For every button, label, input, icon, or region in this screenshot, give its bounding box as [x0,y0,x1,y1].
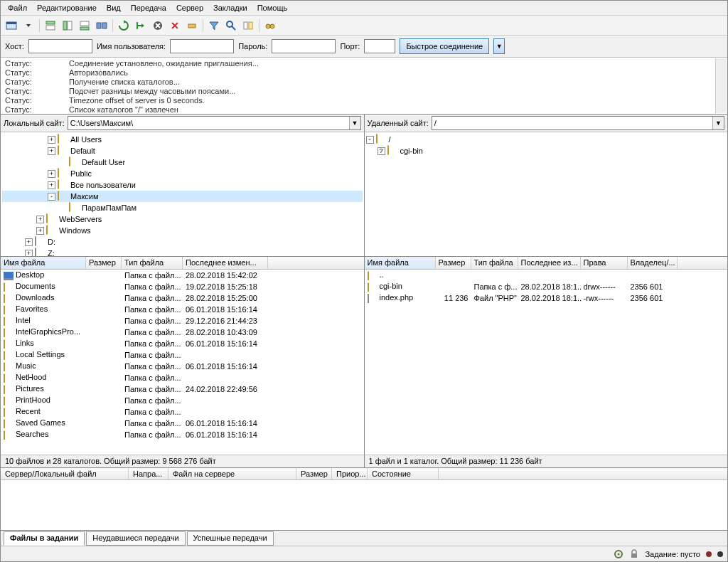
user-input[interactable] [170,39,234,53]
quickconnect-dropdown[interactable]: ▼ [493,38,505,54]
tree-node[interactable]: +Public [2,168,363,179]
tab-successful[interactable]: Успешные передачи [187,531,274,546]
toggle-queue-button[interactable] [77,18,92,33]
tree-node[interactable]: +Default [2,145,363,157]
toggle-log-button[interactable] [43,18,58,33]
list-item[interactable]: RecentПапка с файл... [1,406,364,418]
expand-toggle[interactable]: + [25,250,33,258]
menu-bookmarks[interactable]: Закладки [209,2,252,14]
remote-path-input[interactable] [432,117,712,129]
column-header[interactable]: Права [581,257,628,269]
pass-input[interactable] [272,39,336,53]
tab-queued-files[interactable]: Файлы в задании [4,531,85,546]
remote-path-dropdown[interactable]: ▼ [712,117,724,129]
refresh-button[interactable] [116,18,132,33]
remote-files[interactable]: ..cgi-binПапка с ф...28.02.2018 18:1...d… [365,270,728,455]
expand-toggle[interactable]: + [36,227,44,235]
sitemanager-dropdown[interactable] [21,18,36,33]
column-header[interactable]: Имя файла [1,257,86,269]
list-item[interactable]: PicturesПапка с файл...24.02.2018 22:49:… [1,383,364,395]
search-button[interactable] [223,18,239,33]
expand-toggle[interactable]: ? [378,147,385,155]
queue-column[interactable]: Файл на сервере [168,468,296,479]
tree-node[interactable]: +Все пользователи [2,179,363,191]
expand-toggle[interactable]: + [48,136,55,144]
menu-help[interactable]: Помощь [253,2,292,14]
tree-node[interactable]: -/ [366,134,727,145]
gear-icon[interactable] [614,549,623,559]
log-scrollbar[interactable] [715,58,727,113]
expand-toggle[interactable]: + [48,170,55,178]
tree-node[interactable]: +Windows [2,225,363,236]
tree-node[interactable]: -Максим [2,191,363,202]
sitemanager-button[interactable] [4,18,19,33]
list-item[interactable]: Local SettingsПапка с файл... [1,349,364,361]
cancel-button[interactable] [150,18,166,33]
list-item[interactable]: Saved GamesПапка с файл...06.01.2018 15:… [1,418,364,429]
list-item[interactable]: IntelGraphicsPro...Папка с файл...28.02.… [1,327,364,338]
list-item[interactable]: FavoritesПапка с файл...06.01.2018 15:16… [1,304,364,315]
expand-toggle[interactable]: + [48,181,55,189]
list-item[interactable]: DownloadsПапка с файл...28.02.2018 15:25… [1,292,364,304]
list-item[interactable]: SearchesПапка с файл...06.01.2018 15:16:… [1,429,364,440]
column-header[interactable]: Владелец/... [628,257,678,269]
expand-toggle[interactable]: - [366,136,374,144]
local-path-dropdown[interactable]: ▼ [349,117,360,129]
list-item[interactable]: NetHoodПапка с файл... [1,372,364,383]
toggle-wide-button[interactable] [94,18,109,33]
queue-column[interactable]: Размер [296,468,332,479]
queue-column[interactable]: Состояние [368,468,439,479]
disconnect-button[interactable] [167,18,183,33]
tree-node[interactable]: +Z: [2,248,363,257]
list-item[interactable]: IntelПапка с файл...29.12.2016 21:44:23 [1,315,364,327]
filter-button[interactable] [206,18,222,33]
column-header[interactable]: Тип файла [471,257,518,269]
expand-toggle[interactable]: + [48,147,55,155]
tree-node[interactable]: ПарамПамПам [2,202,363,213]
local-path-input[interactable] [68,117,349,129]
tab-failed[interactable]: Неудавшиеся передачи [86,531,185,546]
tree-node[interactable]: Default User [2,157,363,168]
list-item[interactable]: LinksПапка с файл...06.01.2018 15:16:14 [1,338,364,349]
menu-server[interactable]: Сервер [172,2,208,14]
expand-toggle[interactable]: + [36,216,44,223]
list-item[interactable]: .. [365,270,728,281]
quickconnect-button[interactable]: Быстрое соединение [400,38,489,54]
column-header[interactable]: Размер [436,257,471,269]
queue-column[interactable]: Напра... [129,468,168,479]
list-item[interactable]: PrintHoodПапка с файл... [1,395,364,406]
toggle-tree-button[interactable] [60,18,75,33]
local-files[interactable]: DesktopПапка с файл...28.02.2018 15:42:0… [1,270,364,455]
column-header[interactable]: Имя файла [365,257,436,269]
menu-transfer[interactable]: Передача [127,2,171,14]
remote-tree[interactable]: -/?cgi-bin [365,132,728,257]
port-input[interactable] [364,39,395,53]
queue-column[interactable]: Приор... [332,468,368,479]
menu-edit[interactable]: Редактирование [33,2,101,14]
queue-body[interactable] [1,480,727,530]
compare-button[interactable] [240,18,256,33]
list-item[interactable]: DocumentsПапка с файл...19.02.2018 15:25… [1,281,364,292]
column-header[interactable]: Последнее из... [518,257,581,269]
queue-column[interactable]: Сервер/Локальный файл [1,468,129,479]
message-log[interactable]: Статус:Соединение установлено, ожидание … [1,58,727,115]
local-tree[interactable]: +All Users+DefaultDefault User+Public+Вс… [1,132,364,257]
menu-view[interactable]: Вид [102,2,125,14]
column-header[interactable]: Последнее измен... [183,257,268,269]
column-header[interactable]: Размер [86,257,122,269]
binoculars-button[interactable] [262,18,278,33]
process-queue-button[interactable] [133,18,149,33]
tree-node[interactable]: +All Users [2,134,363,145]
list-item[interactable]: DesktopПапка с файл...28.02.2018 15:42:0… [1,270,364,281]
list-item[interactable]: MusicПапка с файл...06.01.2018 15:16:14 [1,361,364,372]
list-item[interactable]: index.php11 236Файл "PHP"28.02.2018 18:1… [365,292,728,304]
tree-node[interactable]: +D: [2,236,363,248]
tree-node[interactable]: ?cgi-bin [366,145,727,157]
menu-file[interactable]: Файл [4,2,31,14]
column-header[interactable]: Тип файла [122,257,183,269]
host-input[interactable] [28,39,92,53]
reconnect-button[interactable] [184,18,200,33]
expand-toggle[interactable]: + [25,238,33,246]
list-item[interactable]: cgi-binПапка с ф...28.02.2018 18:1...drw… [365,281,728,292]
expand-toggle[interactable]: - [48,193,55,201]
